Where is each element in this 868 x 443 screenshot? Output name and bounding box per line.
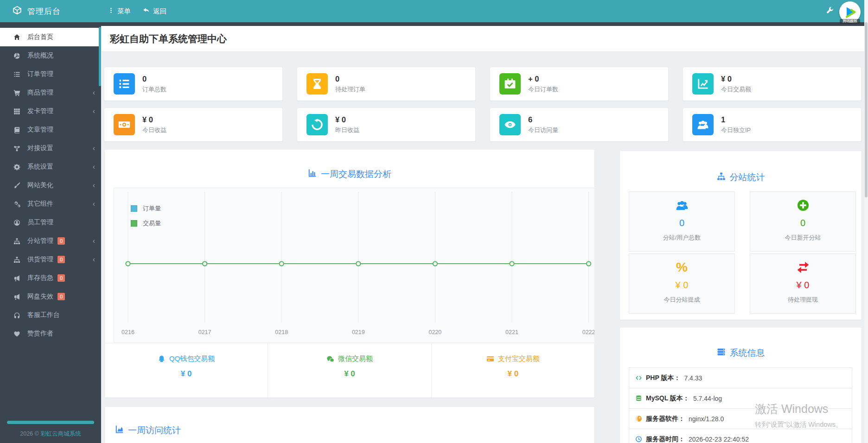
system-info-label: 服务器时间：	[646, 435, 685, 443]
branch-tile-value: 0	[750, 218, 855, 228]
sidebar-item-badge: 0	[57, 256, 65, 263]
qq-icon	[158, 355, 166, 363]
sidebar-item-发卡管理[interactable]: 发卡管理‹	[0, 102, 101, 120]
payment-total-支付宝交易额: 支付宝交易额¥ 0	[431, 343, 594, 398]
sidebar-item-label: 对接设置	[27, 144, 53, 152]
weekly-visits-panel: 一周访问统计	[105, 407, 594, 443]
sidebar: 后台首页系统概况订单管理商品管理‹发卡管理‹文章管理对接设置‹系统设置‹网站美化…	[0, 26, 101, 443]
branch-tile-今日新开分站[interactable]: 0今日新开分站	[750, 191, 856, 252]
stat-card-label: 今日收益	[142, 126, 166, 134]
sidebar-item-系统设置[interactable]: 系统设置‹	[0, 158, 101, 176]
stat-card-label: 待处理订单	[335, 85, 365, 94]
svg-text:0220: 0220	[428, 329, 441, 335]
sidebar-item-其它组件[interactable]: 其它组件‹	[0, 195, 101, 213]
legend-item-交易量[interactable]: 交易量	[131, 219, 161, 228]
sidebar-item-网站美化[interactable]: 网站美化‹	[0, 176, 101, 195]
stat-card-今日访问量[interactable]: 6今日访问量	[490, 108, 668, 141]
server-icon	[717, 348, 726, 359]
system-info-value: 7.4.33	[684, 374, 702, 382]
branch-tile-label: 今日新开分站	[750, 234, 855, 242]
sidebar-item-badge: 0	[57, 274, 65, 282]
exchange-icon	[797, 261, 810, 274]
page-title: 彩虹自助下单系统管理中心	[101, 26, 864, 51]
sidebar-item-分站管理[interactable]: 分站管理0‹	[0, 232, 101, 250]
stat-card-昨日收益[interactable]: ¥ 0昨日收益	[297, 108, 475, 141]
page-header: 彩虹自助下单系统管理中心	[101, 26, 864, 52]
stat-card-meta: ¥ 0今日交易额	[721, 75, 751, 94]
stat-card-订单总数[interactable]: 0订单总数	[104, 67, 282, 101]
branch-tile-icon	[750, 198, 855, 212]
page-scrollbar-thumb[interactable]	[865, 22, 868, 197]
legend-item-订单量[interactable]: 订单量	[131, 204, 161, 213]
sidebar-item-label: 系统概况	[27, 51, 53, 60]
stat-card-meta: 6今日访问量	[528, 115, 558, 134]
sidebar-item-label: 员工管理	[27, 218, 53, 227]
money-icon	[118, 119, 130, 131]
sidebar-item-后台首页[interactable]: 后台首页	[0, 28, 101, 46]
sidebar-item-客服工作台[interactable]: 客服工作台	[0, 306, 101, 324]
percent-icon: %	[676, 261, 688, 274]
branch-stats-panel: 分站统计 0分站/用户总数0今日新开分站%¥ 0今日分站提成¥ 0待处理提现	[620, 151, 862, 320]
payment-total-QQ钱包交易额: QQ钱包交易额¥ 0	[105, 343, 268, 398]
history-icon	[311, 119, 323, 131]
branch-tile-今日分站提成[interactable]: %¥ 0今日分站提成	[629, 253, 735, 314]
stat-card-value: 0	[142, 75, 166, 83]
horn-icon	[13, 275, 20, 282]
stat-card-今日独立IP[interactable]: 1今日独立IP	[683, 108, 861, 141]
copyright-link[interactable]: 彩虹云商城系统	[40, 430, 81, 437]
reply-arrow-icon	[143, 7, 150, 15]
sidebar-item-供货管理[interactable]: 供货管理0‹	[0, 250, 101, 269]
sidebar-scrollbar-thumb[interactable]	[99, 27, 101, 86]
stat-card-待处理订单[interactable]: 0待处理订单	[297, 67, 475, 101]
legend-swatch	[131, 205, 137, 212]
branch-tile-value: ¥ 0	[629, 280, 734, 291]
stat-card-今日交易额[interactable]: ¥ 0今日交易额	[683, 67, 861, 101]
globe-icon	[635, 415, 642, 422]
sidebar-item-赞赏作者[interactable]: 赞赏作者	[0, 324, 101, 343]
stat-card-今日订单数[interactable]: + 0今日订单数	[490, 67, 668, 101]
svg-text:0216: 0216	[121, 329, 134, 335]
menu-toggle-button[interactable]: 菜单	[108, 7, 131, 16]
stat-card-meta: 1今日独立IP	[721, 115, 751, 134]
sidebar-item-商品管理[interactable]: 商品管理‹	[0, 83, 101, 102]
sidebar-item-订单管理[interactable]: 订单管理	[0, 65, 101, 83]
sidebar-item-label: 文章管理	[27, 126, 53, 134]
stat-card-icon-box	[306, 73, 328, 95]
sidebar-item-员工管理[interactable]: 员工管理	[0, 213, 101, 232]
payment-total-value: ¥ 0	[268, 369, 431, 379]
payment-total-name: 微信交易额	[326, 354, 373, 363]
branch-tile-label: 分站/用户总数	[629, 234, 734, 242]
stat-card-label: 昨日收益	[335, 126, 359, 134]
sidebar-copyright: 2026 © 彩虹云商城系统	[0, 430, 101, 438]
sitemap-icon	[717, 172, 726, 181]
sidebar-item-文章管理[interactable]: 文章管理	[0, 120, 101, 139]
sidebar-item-网盘失效[interactable]: 网盘失效0	[0, 287, 101, 306]
sitemap-icon	[13, 238, 20, 245]
reply-icon	[143, 7, 150, 14]
sidebar-item-label: 系统设置	[27, 163, 53, 171]
horn-icon	[13, 293, 20, 300]
sidebar-item-对接设置[interactable]: 对接设置‹	[0, 139, 101, 158]
sidebar-item-库存告急[interactable]: 库存告急0	[0, 269, 101, 287]
chevron-left-icon: ‹	[93, 201, 95, 207]
sidebar-item-系统概况[interactable]: 系统概况	[0, 46, 101, 65]
hourglass-icon	[311, 78, 323, 90]
stat-card-value: 0	[335, 75, 365, 83]
tencent-video-desktop-icon[interactable]: 腾讯视频	[839, 1, 862, 25]
sidebar-item-label: 赞赏作者	[27, 329, 53, 338]
users-icon	[676, 199, 689, 212]
branch-tile-分站/用户总数[interactable]: 0分站/用户总数	[629, 191, 735, 252]
branch-tile-待处理提现[interactable]: ¥ 0待处理提现	[750, 253, 856, 314]
wrench-icon[interactable]	[826, 6, 834, 16]
stat-card-今日收益[interactable]: ¥ 0今日收益	[104, 108, 282, 141]
stat-card-meta: 0待处理订单	[335, 75, 365, 94]
stat-card-meta: ¥ 0昨日收益	[335, 115, 359, 134]
branch-tile-icon	[750, 260, 855, 274]
page-scrollbar[interactable]	[864, 0, 868, 443]
back-button[interactable]: 返回	[143, 7, 166, 16]
area-chart-icon	[115, 425, 124, 436]
payment-total-微信交易额: 微信交易额¥ 0	[268, 343, 431, 398]
chart-legend: 订单量交易量	[131, 204, 161, 234]
branch-stats-title: 分站统计	[620, 151, 862, 184]
branch-tile-icon	[629, 198, 734, 212]
